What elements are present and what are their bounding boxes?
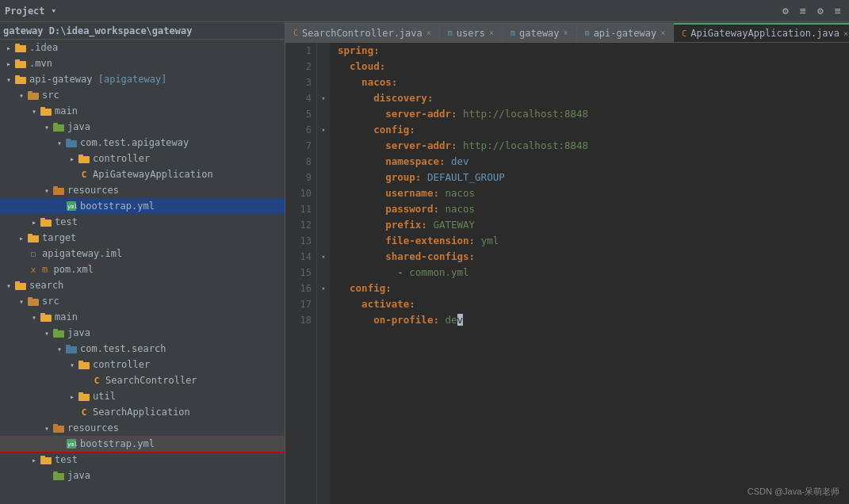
line-number: 6 (285, 122, 312, 138)
module-icon: m (511, 29, 515, 37)
tab-close[interactable]: × (489, 29, 494, 37)
tree-item-label: java (67, 121, 90, 132)
svg-rect-29 (40, 313, 45, 315)
svg-rect-1 (15, 44, 20, 46)
tab-close[interactable]: × (564, 29, 568, 37)
tree-item-search[interactable]: search (0, 277, 285, 293)
svg-rect-26 (28, 299, 39, 306)
gutter-cell (317, 296, 330, 312)
svg-rect-37 (78, 392, 83, 395)
tree-item-com.test.apigateway[interactable]: com.test.apigateway (0, 135, 285, 151)
file-icon: yml (65, 200, 78, 212)
tab-close[interactable]: × (843, 29, 848, 38)
gutter-cell (317, 217, 330, 233)
tree-item-idea[interactable]: .idea (0, 40, 285, 55)
sidebar-title: gateway D:\idea_workspace\gateway (3, 25, 192, 36)
svg-rect-3 (15, 59, 20, 62)
tree-item-mvn[interactable]: .mvn (0, 55, 285, 71)
file-icon (52, 121, 65, 132)
tab-close[interactable]: × (660, 29, 665, 37)
svg-rect-43 (40, 456, 45, 458)
tree-item-src[interactable]: src (0, 87, 285, 103)
svg-rect-9 (40, 107, 45, 109)
svg-rect-35 (78, 361, 83, 363)
gutter: ▾▾▾▾ (317, 43, 330, 504)
tree-item-resources-search[interactable]: resources (0, 420, 285, 436)
file-icon: yml (65, 438, 78, 449)
line-number: 1 (285, 43, 312, 59)
tree-item-main-search[interactable]: main (0, 309, 285, 325)
tree-item-label: SearchApplication (93, 407, 190, 418)
code-editor[interactable]: 123456789101112131415161718 ▾▾▾▾ spring:… (285, 43, 849, 504)
tree-item-pom.xml[interactable]: xm pom.xml (0, 262, 285, 277)
tree-item-ApiGatewayApplication[interactable]: CApiGatewayApplication (0, 166, 285, 182)
file-icon: x (27, 264, 40, 275)
tab-close[interactable]: × (426, 29, 431, 37)
tree-arrow (3, 44, 14, 52)
tree-item-src-search[interactable]: src (0, 293, 285, 309)
tree-item-label: search (29, 280, 63, 291)
gutter-cell (317, 265, 330, 281)
tree-item-bootstrap-gateway[interactable]: ymlbootstrap.yml (0, 198, 285, 214)
tab-SearchController[interactable]: C SearchController.java × (285, 23, 440, 42)
gutter-cell[interactable]: ▾ (317, 249, 330, 265)
tree-arrow (29, 107, 40, 116)
menu-icon[interactable]: ≡ (797, 5, 809, 17)
tree-item-test-api[interactable]: test (0, 214, 285, 230)
gear-icon[interactable]: ≡ (832, 5, 844, 17)
code-line: server-addr: http://localhost:8848 (338, 138, 849, 154)
tree-item-java-test-search[interactable]: java (0, 468, 285, 483)
tree-item-label: bootstrap.yml (80, 200, 155, 212)
gutter-cell (317, 185, 330, 201)
tree-item-java-search[interactable]: java (0, 325, 285, 341)
tree-item-label: target (42, 232, 76, 243)
tree-item-com.test.search[interactable]: com.test.search (0, 341, 285, 357)
tree-arrow (29, 456, 40, 464)
code-line: config: (338, 122, 849, 138)
tree-item-util[interactable]: util (0, 388, 285, 404)
svg-text:yml: yml (67, 204, 77, 210)
tree-item-SearchController[interactable]: CSearchController (0, 372, 285, 388)
tree-item-test-search[interactable]: test (0, 452, 285, 468)
tree-arrow (16, 297, 27, 306)
code-line: - common.yml (338, 265, 849, 281)
svg-rect-15 (78, 155, 83, 157)
tab-users[interactable]: m users × (440, 23, 503, 42)
tree-item-apigateway.iml[interactable]: ◻apigateway.iml (0, 246, 285, 262)
gutter-cell[interactable]: ▾ (317, 281, 330, 296)
code-line: file-extension: yml (338, 233, 849, 249)
tree-item-target[interactable]: target (0, 230, 285, 246)
build-icon[interactable]: ⚙ (814, 5, 827, 17)
file-icon (14, 42, 27, 53)
tree-item-label: src (42, 296, 59, 307)
main-layout: gateway D:\idea_workspace\gateway .idea.… (0, 22, 849, 504)
gutter-cell[interactable]: ▾ (317, 90, 330, 106)
tree-item-api-gateway[interactable]: api-gateway [apigateway] (0, 71, 285, 87)
gutter-cell (317, 201, 330, 217)
code-line: shared-configs: (338, 249, 849, 265)
file-icon (40, 105, 52, 116)
tab-api-gateway[interactable]: m api-gateway × (577, 23, 675, 42)
tree-item-SearchApplication[interactable]: CSearchApplication (0, 404, 285, 420)
tree-item-resources[interactable]: resources (0, 182, 285, 198)
tree-item-java[interactable]: java (0, 119, 285, 135)
tree-item-controller-search[interactable]: controller (0, 357, 285, 372)
tree-item-controller[interactable]: controller (0, 151, 285, 166)
tab-ApiGatewayApplication[interactable]: C ApiGatewayApplication.java × (674, 23, 849, 42)
tree-item-main[interactable]: main (0, 103, 285, 119)
tab-bar: C SearchController.java × m users × m ga… (285, 22, 849, 43)
project-dropdown[interactable]: ▾ (52, 6, 57, 16)
file-icon (27, 232, 40, 243)
java-icon: C (293, 29, 298, 37)
tree-arrow (3, 281, 14, 290)
code-content[interactable]: spring: cloud: nacos: discovery: server-… (330, 43, 849, 504)
tab-gateway[interactable]: m gateway × (503, 23, 577, 42)
line-number: 3 (285, 74, 312, 90)
line-numbers: 123456789101112131415161718 (285, 43, 317, 504)
gutter-cell[interactable]: ▾ (317, 122, 330, 138)
settings-icon[interactable]: ⚙ (779, 5, 792, 17)
line-number: 7 (285, 138, 312, 154)
tree-item-label: util (93, 391, 116, 402)
file-icon: C (78, 407, 90, 418)
tree-item-bootstrap-search[interactable]: ymlbootstrap.yml (0, 436, 285, 452)
